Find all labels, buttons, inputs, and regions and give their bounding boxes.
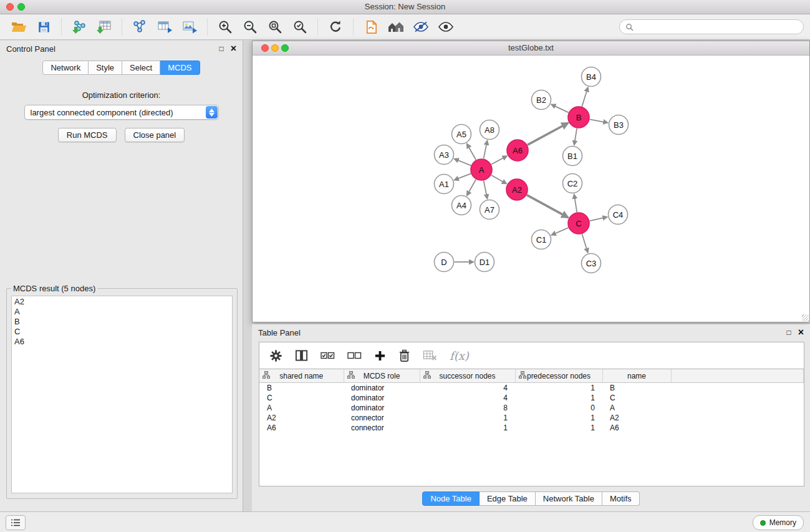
column-header-predecessor-nodes[interactable]: predecessor nodes (515, 369, 602, 383)
zoom-selected-icon[interactable] (287, 16, 312, 37)
table-cell[interactable]: 4 (420, 393, 515, 403)
table-cell[interactable]: 1 (420, 423, 515, 433)
memory-button[interactable]: Memory (753, 515, 804, 530)
graph-edge-C-C1[interactable] (551, 228, 568, 235)
deselect-all-icon[interactable] (347, 351, 362, 360)
network-graph[interactable]: B4B2BB3A5A8A6B1A3AC2A1A2A4A7C4CC1C3DD1 (253, 56, 809, 322)
table-cell[interactable]: C (259, 393, 344, 403)
window-resize-grip[interactable] (802, 314, 809, 321)
control-tab-mcds[interactable]: MCDS (160, 60, 200, 75)
table-tab-edge-table[interactable]: Edge Table (480, 491, 536, 506)
graph-node-A7[interactable]: A7 (480, 200, 499, 220)
table-cell[interactable]: 1 (515, 393, 602, 403)
graph-edge-A-A4[interactable] (467, 180, 476, 196)
graph-node-A4[interactable]: A4 (452, 196, 471, 215)
table-cell[interactable]: A6 (602, 423, 671, 433)
mcds-result-item[interactable]: B (14, 317, 229, 327)
graph-node-B4[interactable]: B4 (582, 67, 601, 87)
mcds-result-item[interactable]: C (14, 327, 229, 337)
clone-network-icon[interactable] (127, 16, 152, 37)
run-mcds-button[interactable]: Run MCDS (58, 128, 117, 142)
optimization-criterion-dropdown[interactable]: largest connected component (directed) (24, 105, 219, 120)
table-cell[interactable]: A2 (259, 413, 344, 423)
table-tab-node-table[interactable]: Node Table (422, 491, 480, 506)
graph-node-D1[interactable]: D1 (475, 253, 494, 272)
panel-selector-button[interactable] (6, 515, 26, 530)
table-cell[interactable]: dominator (344, 393, 420, 403)
function-builder-icon[interactable]: f(x) (450, 349, 469, 362)
table-row[interactable]: A2connector11A2 (259, 413, 804, 423)
export-image-icon[interactable] (177, 16, 202, 37)
home-view-icon[interactable] (383, 16, 408, 37)
graph-node-C[interactable]: C (568, 213, 589, 234)
save-session-icon[interactable] (31, 16, 56, 37)
control-tab-style[interactable]: Style (89, 60, 122, 75)
zoom-in-icon[interactable] (213, 16, 238, 37)
mcds-result-item[interactable]: A6 (14, 337, 229, 347)
close-table-panel-icon[interactable]: × (798, 327, 804, 337)
graph-edge-A-A3[interactable] (454, 159, 471, 166)
table-cell[interactable]: dominator (344, 403, 420, 413)
graph-node-B[interactable]: B (568, 107, 589, 128)
zoom-out-icon[interactable] (238, 16, 263, 37)
float-panel-icon[interactable]: □ (219, 45, 223, 52)
settings-gear-icon[interactable] (269, 349, 282, 362)
graph-edge-B-B3[interactable] (590, 119, 608, 123)
table-cell[interactable]: 8 (420, 403, 515, 413)
mcds-result-item[interactable]: A (14, 307, 229, 317)
graph-node-A6[interactable]: A6 (507, 140, 528, 161)
add-row-icon[interactable] (374, 350, 386, 362)
graph-edge-C-C3[interactable] (582, 234, 587, 253)
graph-node-D[interactable]: D (435, 253, 454, 272)
table-tab-motifs[interactable]: Motifs (602, 491, 640, 506)
zoom-fit-icon[interactable] (263, 16, 287, 37)
graph-edge-A-A7[interactable] (484, 181, 488, 199)
graph-node-B2[interactable]: B2 (532, 90, 551, 110)
table-cell[interactable]: connector (344, 423, 420, 433)
table-cell[interactable]: 1 (515, 423, 602, 433)
graph-edge-A-A1[interactable] (454, 173, 471, 180)
network-canvas[interactable]: B4B2BB3A5A8A6B1A3AC2A1A2A4A7C4CC1C3DD1 (253, 56, 809, 322)
table-cell[interactable]: dominator (344, 383, 420, 394)
clear-table-icon[interactable] (423, 350, 437, 361)
graph-node-A3[interactable]: A3 (435, 145, 454, 165)
graph-edge-B-B4[interactable] (582, 87, 588, 107)
graph-edge-A-A6[interactable] (491, 156, 507, 165)
graph-edge-A-A5[interactable] (467, 143, 476, 160)
graph-edge-C-C2[interactable] (574, 194, 577, 212)
graph-edge-A-A8[interactable] (484, 140, 488, 158)
graph-node-B3[interactable]: B3 (609, 115, 629, 135)
mcds-result-item[interactable]: A2 (14, 297, 229, 307)
table-tab-network-table[interactable]: Network Table (536, 491, 602, 506)
table-cell[interactable]: 1 (515, 413, 602, 423)
column-header-MCDS-role[interactable]: MCDS role (344, 369, 420, 383)
table-cell[interactable]: C (602, 393, 671, 403)
column-header-successor-nodes[interactable]: successor nodes (420, 369, 515, 383)
import-table-from-file-icon[interactable] (92, 16, 117, 37)
graph-node-B1[interactable]: B1 (563, 147, 582, 166)
column-header-name[interactable]: name (602, 369, 671, 383)
graph-node-C1[interactable]: C1 (532, 230, 551, 249)
select-all-icon[interactable] (321, 351, 335, 360)
graph-edge-A-A2[interactable] (491, 175, 507, 184)
refresh-icon[interactable] (323, 16, 348, 37)
graph-node-A1[interactable]: A1 (435, 175, 454, 194)
graph-edge-C-C4[interactable] (590, 217, 607, 221)
mcds-result-list[interactable]: A2ABCA6 (11, 296, 233, 493)
show-graphics-details-icon[interactable] (433, 16, 458, 37)
graph-node-C2[interactable]: C2 (563, 174, 582, 193)
table-cell[interactable]: 1 (420, 413, 515, 423)
table-cell[interactable]: 0 (515, 403, 602, 413)
hide-graphics-details-icon[interactable] (408, 16, 433, 37)
import-network-from-file-icon[interactable] (67, 16, 92, 37)
graph-node-A5[interactable]: A5 (452, 125, 471, 144)
open-session-icon[interactable] (6, 16, 31, 37)
graph-node-C3[interactable]: C3 (582, 254, 601, 273)
table-cell[interactable]: 4 (420, 383, 515, 394)
table-row[interactable]: Cdominator41C (259, 393, 804, 403)
graph-node-A2[interactable]: A2 (506, 179, 528, 200)
graph-edge-B-B1[interactable] (574, 128, 577, 145)
table-cell[interactable]: A2 (602, 413, 671, 423)
graph-edge-B-B2[interactable] (551, 104, 569, 112)
control-tab-select[interactable]: Select (122, 60, 160, 75)
